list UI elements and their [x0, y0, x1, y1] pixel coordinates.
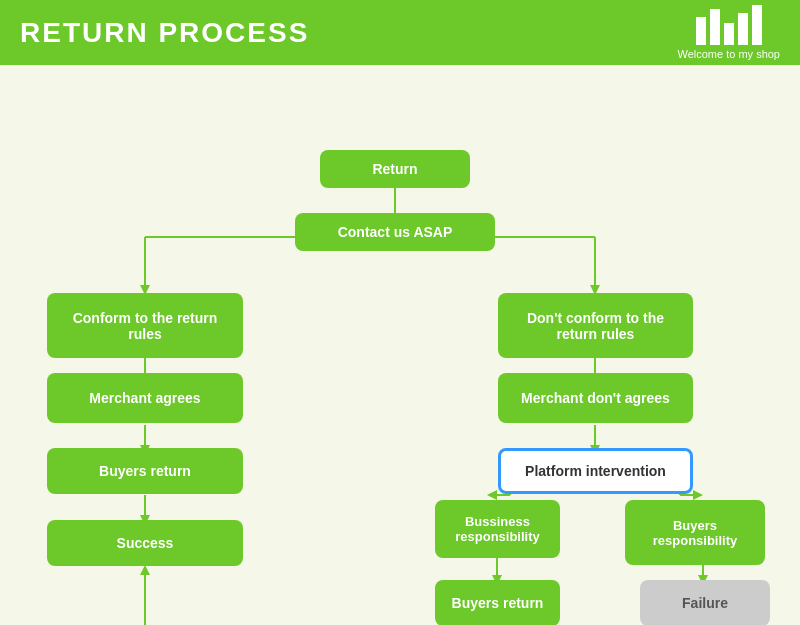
header: RETURN PROCESS Welcome to my shop: [0, 0, 800, 65]
logo-icon: [696, 5, 762, 45]
merchant-dont-node: Merchant don't agrees: [498, 373, 693, 423]
building-bar-5: [752, 5, 762, 45]
dont-conform-node: Don't conform to the return rules: [498, 293, 693, 358]
svg-marker-31: [140, 565, 150, 575]
platform-node: Platform intervention: [498, 448, 693, 494]
svg-marker-23: [693, 490, 703, 500]
buyers-resp-node: Buyers responsibility: [625, 500, 765, 565]
success-node: Success: [47, 520, 243, 566]
logo-text: Welcome to my shop: [677, 48, 780, 60]
building-bar-2: [710, 9, 720, 45]
svg-marker-20: [487, 490, 497, 500]
merchant-agrees-node: Merchant agrees: [47, 373, 243, 423]
building-bar-3: [724, 23, 734, 45]
building-bar-4: [738, 13, 748, 45]
failure-node: Failure: [640, 580, 770, 625]
conform-node: Conform to the return rules: [47, 293, 243, 358]
contact-node: Contact us ASAP: [295, 213, 495, 251]
buyers-return-right-node: Buyers return: [435, 580, 560, 625]
building-bar-1: [696, 17, 706, 45]
buyers-return-left-node: Buyers return: [47, 448, 243, 494]
diagram-area: Return Contact us ASAP Conform to the re…: [0, 65, 800, 625]
header-title: RETURN PROCESS: [20, 17, 309, 49]
bussiness-resp-node: Bussiness responsibility: [435, 500, 560, 558]
header-logo: Welcome to my shop: [677, 5, 780, 60]
return-node: Return: [320, 150, 470, 188]
